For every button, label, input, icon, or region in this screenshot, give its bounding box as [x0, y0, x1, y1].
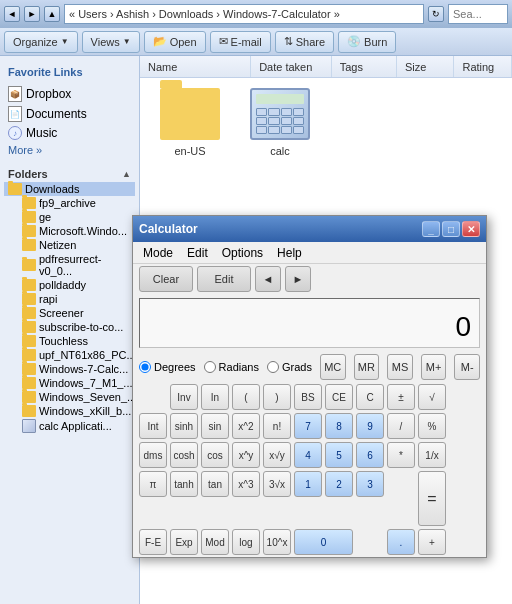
percent-button[interactable]: % — [418, 413, 446, 439]
bs-button[interactable]: BS — [294, 384, 322, 410]
file-item-calc[interactable]: calc — [240, 88, 320, 158]
sidebar-item-documents[interactable]: 📄 Documents — [4, 104, 135, 124]
cosh-button[interactable]: cosh — [170, 442, 198, 468]
c-button[interactable]: C — [356, 384, 384, 410]
xrooty-button[interactable]: x√y — [263, 442, 291, 468]
arrow-left-button[interactable]: ◄ — [255, 266, 281, 292]
divide-button[interactable]: / — [387, 413, 415, 439]
one-button[interactable]: 1 — [294, 471, 322, 497]
radio-radians-input[interactable] — [204, 361, 216, 373]
four-button[interactable]: 4 — [294, 442, 322, 468]
ce-button[interactable]: CE — [325, 384, 353, 410]
sidebar-item-music[interactable]: ♪ Music — [4, 124, 135, 142]
mod-button[interactable]: Mod — [201, 529, 229, 555]
tan-button[interactable]: tan — [201, 471, 229, 497]
tree-item-screener[interactable]: Screener — [18, 306, 135, 320]
tree-item-windowsseven[interactable]: Windows_Seven_... — [18, 390, 135, 404]
refresh-button[interactable]: ↻ — [428, 6, 444, 22]
tree-item-touchless[interactable]: Touchless — [18, 334, 135, 348]
col-tags-header[interactable]: Tags — [332, 56, 397, 77]
tree-item-calc-app[interactable]: calc Applicati... — [18, 418, 135, 434]
ms-button[interactable]: MS — [387, 354, 413, 380]
radio-degrees[interactable]: Degrees — [139, 361, 196, 373]
up-button[interactable]: ▲ — [44, 6, 60, 22]
organize-button[interactable]: Organize ▼ — [4, 31, 78, 53]
zero-button[interactable]: 0 — [294, 529, 353, 555]
radio-grads[interactable]: Grads — [267, 361, 312, 373]
clear-button[interactable]: Clear — [139, 266, 193, 292]
radio-grads-input[interactable] — [267, 361, 279, 373]
tree-item-microsoft[interactable]: Microsoft.Windo... — [18, 224, 135, 238]
dms-button[interactable]: dms — [139, 442, 167, 468]
calc-close-button[interactable]: ✕ — [462, 221, 480, 237]
burn-button[interactable]: 💿 Burn — [338, 31, 396, 53]
sinh-button[interactable]: sinh — [170, 413, 198, 439]
tree-item-upf[interactable]: upf_NT61x86_PC... — [18, 348, 135, 362]
arrow-right-button[interactable]: ► — [285, 266, 311, 292]
menu-mode[interactable]: Mode — [137, 244, 179, 262]
nine-button[interactable]: 9 — [356, 413, 384, 439]
calc-minimize-button[interactable]: _ — [422, 221, 440, 237]
nfact-button[interactable]: n! — [263, 413, 291, 439]
mc-button[interactable]: MC — [320, 354, 346, 380]
email-button[interactable]: ✉ E-mail — [210, 31, 271, 53]
paren-close-button[interactable]: ) — [263, 384, 291, 410]
sidebar-item-dropbox[interactable]: 📦 Dropbox — [4, 84, 135, 104]
address-bar[interactable]: « Users › Ashish › Downloads › Windows-7… — [64, 4, 424, 24]
tree-item-subscribe[interactable]: subscribe-to-co... — [18, 320, 135, 334]
six-button[interactable]: 6 — [356, 442, 384, 468]
sqrt-button[interactable]: √ — [418, 384, 446, 410]
radio-degrees-input[interactable] — [139, 361, 151, 373]
three-button[interactable]: 3 — [356, 471, 384, 497]
two-button[interactable]: 2 — [325, 471, 353, 497]
menu-edit[interactable]: Edit — [181, 244, 214, 262]
calc-maximize-button[interactable]: □ — [442, 221, 460, 237]
search-input[interactable] — [448, 4, 508, 24]
cuberoot-button[interactable]: 3√x — [263, 471, 291, 497]
log-button[interactable]: log — [232, 529, 260, 555]
xsq-button[interactable]: x^2 — [232, 413, 260, 439]
menu-options[interactable]: Options — [216, 244, 269, 262]
exp-button[interactable]: Exp — [170, 529, 198, 555]
cos-button[interactable]: cos — [201, 442, 229, 468]
tanh-button[interactable]: tanh — [170, 471, 198, 497]
ln-button[interactable]: In — [201, 384, 229, 410]
col-name-header[interactable]: Name — [140, 56, 251, 77]
tree-item-win7calc[interactable]: Windows-7-Calc... — [18, 362, 135, 376]
decimal-button[interactable]: . — [387, 529, 415, 555]
eight-button[interactable]: 8 — [325, 413, 353, 439]
col-date-header[interactable]: Date taken — [251, 56, 332, 77]
edit-button[interactable]: Edit — [197, 266, 251, 292]
fe-button[interactable]: F-E — [139, 529, 167, 555]
tree-item-rapi[interactable]: rapi — [18, 292, 135, 306]
file-item-en-us[interactable]: en-US — [150, 88, 230, 158]
tree-item-windows7m1[interactable]: Windows_7_M1_... — [18, 376, 135, 390]
col-rating-header[interactable]: Rating — [454, 56, 512, 77]
menu-help[interactable]: Help — [271, 244, 308, 262]
tree-item-polldaddy[interactable]: polldaddy — [18, 278, 135, 292]
share-button[interactable]: ⇅ Share — [275, 31, 334, 53]
folders-collapse-icon[interactable]: ▲ — [122, 169, 131, 179]
col-size-header[interactable]: Size — [397, 56, 455, 77]
open-button[interactable]: 📂 Open — [144, 31, 206, 53]
tree-item-ge[interactable]: ge — [18, 210, 135, 224]
equals-button[interactable]: = — [418, 471, 446, 526]
int-button[interactable]: Int — [139, 413, 167, 439]
tree-item-fp9[interactable]: fp9_archive — [18, 196, 135, 210]
tree-item-pdf[interactable]: pdfresurrect-v0_0... — [18, 252, 135, 278]
tree-item-netizen[interactable]: Netizen — [18, 238, 135, 252]
paren-open-button[interactable]: ( — [232, 384, 260, 410]
tenpowx-button[interactable]: 10^x — [263, 529, 291, 555]
inv-button[interactable]: Inv — [170, 384, 198, 410]
xpowy-button[interactable]: x^y — [232, 442, 260, 468]
m-minus-button[interactable]: M- — [454, 354, 480, 380]
m-plus-button[interactable]: M+ — [421, 354, 447, 380]
views-button[interactable]: Views ▼ — [82, 31, 140, 53]
seven-button[interactable]: 7 — [294, 413, 322, 439]
reciprocal-button[interactable]: 1/x — [418, 442, 446, 468]
tree-item-downloads[interactable]: Downloads — [4, 182, 135, 196]
more-link[interactable]: More » — [4, 142, 135, 158]
plus-button[interactable]: + — [418, 529, 446, 555]
pi-button[interactable]: π — [139, 471, 167, 497]
multiply-button[interactable]: * — [387, 442, 415, 468]
